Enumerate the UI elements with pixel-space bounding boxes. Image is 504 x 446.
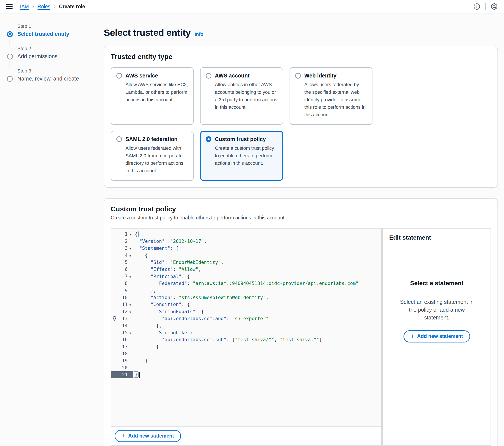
fold-arrow-icon[interactable]: ▾ bbox=[128, 232, 133, 236]
line-number: 7 bbox=[118, 274, 128, 279]
trusted-entity-options: AWS serviceAllow AWS services like EC2, … bbox=[111, 67, 491, 181]
fold-arrow-icon[interactable]: ▾ bbox=[128, 253, 133, 257]
code-line-14[interactable]: 14 }, bbox=[111, 322, 381, 329]
line-number: 15 bbox=[118, 330, 128, 335]
hamburger-menu-icon[interactable] bbox=[6, 4, 13, 9]
wizard-steps-nav: Step 1Select trusted entityStep 2Add per… bbox=[6, 23, 93, 88]
step-number: Step 1 bbox=[17, 23, 69, 29]
radio-button-icon[interactable] bbox=[206, 136, 211, 142]
step-item-name-review-and-create[interactable]: Step 3Name, review, and create bbox=[6, 68, 93, 88]
trusted-entity-type-heading: Trusted entity type bbox=[111, 53, 491, 61]
code-line-12[interactable]: 12▾ "StringEquals": { bbox=[111, 308, 381, 315]
trusted-entity-option-web-identity[interactable]: Web identityAllows users federated by th… bbox=[289, 67, 373, 125]
line-number: 4 bbox=[118, 253, 128, 258]
info-icon[interactable] bbox=[473, 3, 481, 10]
option-title: AWS account bbox=[215, 72, 250, 79]
code-line-3[interactable]: 3▾ "Statement": [ bbox=[111, 245, 381, 252]
option-title: AWS service bbox=[126, 72, 158, 79]
line-number: 18 bbox=[118, 351, 128, 356]
step-item-select-trusted-entity[interactable]: Step 1Select trusted entity bbox=[6, 23, 93, 46]
code-editor-area[interactable]: 1▾{2 "Version": "2012-10-17",3▾ "Stateme… bbox=[111, 229, 381, 427]
code-line-4[interactable]: 4▾ { bbox=[111, 252, 381, 259]
radio-button-icon[interactable] bbox=[206, 73, 211, 79]
step-item-add-permissions[interactable]: Step 2Add permissions bbox=[6, 46, 93, 68]
step-connector bbox=[10, 38, 10, 46]
page-title: Select trusted entity bbox=[104, 27, 191, 38]
line-number: 5 bbox=[118, 260, 128, 265]
step-title[interactable]: Select trusted entity bbox=[17, 31, 69, 37]
fold-arrow-icon[interactable]: ▾ bbox=[128, 309, 133, 314]
plus-icon: + bbox=[122, 432, 126, 439]
custom-trust-policy-card: Custom trust policy Create a custom trus… bbox=[104, 198, 498, 446]
fold-arrow-icon[interactable]: ▾ bbox=[128, 331, 133, 335]
edit-statement-panel: Edit statement Select a statement Select… bbox=[383, 229, 490, 445]
edit-statement-heading: Edit statement bbox=[383, 229, 490, 247]
code-line-5[interactable]: 5 "Sid": "EndorWebIdentity", bbox=[111, 259, 381, 266]
step-radio-icon bbox=[7, 54, 13, 59]
code-line-10[interactable]: 10 "Action": "sts:AssumeRoleWithWebIdent… bbox=[111, 294, 381, 301]
code-line-20[interactable]: 20 ] bbox=[111, 364, 381, 371]
step-number: Step 2 bbox=[17, 46, 57, 52]
line-number: 12 bbox=[118, 309, 128, 314]
plus-icon: + bbox=[411, 333, 414, 339]
fold-arrow-icon[interactable]: ▾ bbox=[128, 274, 133, 278]
topbar-divider bbox=[485, 3, 486, 10]
trusted-entity-option-custom-trust-policy[interactable]: Custom trust policyCreate a custom trust… bbox=[200, 131, 283, 181]
code-line-21[interactable]: 21} bbox=[111, 371, 381, 378]
code-line-15[interactable]: 15▾ "StringLike": { bbox=[111, 329, 381, 336]
radio-button-icon[interactable] bbox=[116, 136, 122, 142]
step-title[interactable]: Name, review, and create bbox=[17, 75, 79, 82]
code-line-16[interactable]: 16 "api.endorlabs.com:sub": ["test_shiva… bbox=[111, 336, 381, 343]
code-line-8[interactable]: 8 "Federated": "arn:aws:iam::94094045131… bbox=[111, 280, 381, 287]
line-number: 3 bbox=[118, 246, 128, 251]
code-line-18[interactable]: 18 } bbox=[111, 350, 381, 357]
option-description: Allows users federated by the specified … bbox=[304, 81, 367, 119]
editor-add-statement-row: + Add new statement bbox=[111, 427, 381, 445]
line-number: 9 bbox=[118, 288, 128, 293]
suggestion-lightbulb-icon[interactable] bbox=[111, 316, 118, 321]
step-number: Step 3 bbox=[17, 68, 79, 74]
step-radio-icon bbox=[7, 76, 13, 82]
breadcrumb: IAM›Roles›Create role bbox=[20, 3, 85, 10]
info-link[interactable]: Info bbox=[195, 32, 203, 37]
code-line-7[interactable]: 7▾ "Principal": { bbox=[111, 273, 381, 280]
fold-arrow-icon[interactable]: ▾ bbox=[128, 246, 133, 250]
breadcrumb-item-roles[interactable]: Roles bbox=[37, 4, 50, 10]
panel-add-new-statement-button[interactable]: + Add new statement bbox=[403, 330, 470, 342]
code-line-19[interactable]: 19 } bbox=[111, 357, 381, 364]
code-line-11[interactable]: 11▾ "Condition": { bbox=[111, 301, 381, 308]
code-line-9[interactable]: 9 }, bbox=[111, 287, 381, 294]
code-line-2[interactable]: 2 "Version": "2012-10-17", bbox=[111, 238, 381, 245]
step-title[interactable]: Add permissions bbox=[17, 53, 57, 59]
editor-panel-divider[interactable] bbox=[381, 229, 383, 445]
code-line-1[interactable]: 1▾{ bbox=[111, 231, 381, 238]
line-number: 11 bbox=[118, 302, 128, 307]
code-line-6[interactable]: 6 "Effect": "Allow", bbox=[111, 266, 381, 273]
line-number: 14 bbox=[118, 323, 128, 328]
custom-trust-policy-desc: Create a custom trust policy to enable o… bbox=[111, 215, 491, 221]
radio-button-icon[interactable] bbox=[116, 73, 122, 79]
add-new-statement-button[interactable]: + Add new statement bbox=[115, 430, 181, 442]
line-number: 2 bbox=[118, 238, 128, 244]
code-line-17[interactable]: 17 } bbox=[111, 343, 381, 350]
line-number: 6 bbox=[118, 267, 128, 272]
line-number: 10 bbox=[118, 295, 128, 300]
top-navigation-bar: IAM›Roles›Create role bbox=[0, 0, 504, 14]
option-title: SAML 2.0 federation bbox=[126, 136, 178, 142]
breadcrumb-separator-icon: › bbox=[54, 3, 55, 9]
line-number: 21 bbox=[118, 372, 128, 377]
line-number: 19 bbox=[118, 358, 128, 363]
line-number: 1 bbox=[118, 231, 128, 237]
trusted-entity-option-aws-service[interactable]: AWS serviceAllow AWS services like EC2, … bbox=[111, 67, 194, 125]
breadcrumb-item-create-role: Create role bbox=[59, 4, 85, 10]
trusted-entity-option-saml-2-0-federation[interactable]: SAML 2.0 federationAllow users federated… bbox=[111, 131, 194, 181]
breadcrumb-item-iam[interactable]: IAM bbox=[20, 4, 29, 10]
radio-button-icon[interactable] bbox=[295, 73, 301, 79]
code-line-13[interactable]: 13 "api.endorlabs.com:aud": "s3-exporter… bbox=[111, 315, 381, 322]
option-description: Allow entities in other AWS accounts bel… bbox=[215, 81, 277, 111]
fold-arrow-icon[interactable]: ▾ bbox=[128, 302, 133, 306]
breadcrumb-separator-icon: › bbox=[32, 3, 34, 9]
cloudshell-icon[interactable] bbox=[490, 3, 498, 10]
trusted-entity-option-aws-account[interactable]: AWS accountAllow entities in other AWS a… bbox=[200, 67, 283, 125]
line-number: 8 bbox=[118, 281, 128, 286]
